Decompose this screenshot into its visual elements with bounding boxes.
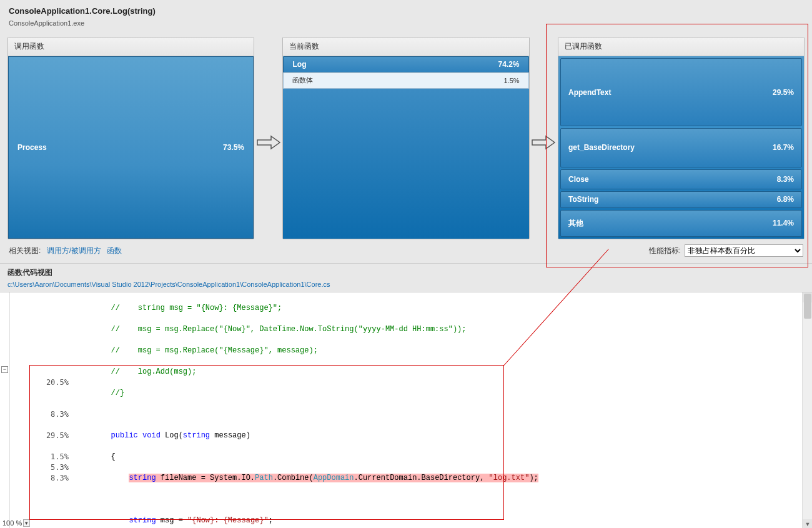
current-function-pct: 74.2% — [498, 60, 520, 69]
arrow-1 — [254, 37, 282, 239]
called-tile-basedirectory[interactable]: get_BaseDirectory16.7% — [560, 128, 802, 167]
body-pct: 1.5% — [503, 77, 519, 84]
current-function-panel: 当前函数 Log 74.2% 函数体 1.5% — [282, 37, 529, 239]
code-section-title: 函数代码视图 — [0, 264, 812, 279]
calling-header: 调用函数 — [8, 37, 254, 56]
fold-box-icon[interactable]: − — [1, 366, 8, 373]
metric-label: 性能指标: — [649, 246, 681, 256]
called-tile-tostring[interactable]: ToString6.8% — [560, 191, 802, 208]
scroll-thumb[interactable] — [804, 294, 811, 319]
current-function-name: Log — [292, 60, 306, 69]
current-header: 当前函数 — [283, 37, 528, 56]
called-tile-close[interactable]: Close8.3% — [560, 169, 802, 189]
code-viewport: − 20.5% 8.3% 29.5% 1.5% 5.3% 8.3% // — [0, 292, 812, 528]
zoom-level: 100 % ▾ — [2, 519, 30, 527]
links-row: 相关视图: 调用方/被调用方 函数 性能指标: 非独占样本数百分比 — [0, 242, 812, 263]
arrow-2 — [530, 37, 558, 239]
vertical-scrollbar[interactable]: ▲ ▼ — [802, 292, 812, 528]
related-views-label: 相关视图: — [9, 246, 41, 255]
function-body-row[interactable]: 函数体 1.5% — [283, 72, 528, 89]
link-functions[interactable]: 函数 — [107, 246, 122, 255]
fold-column: − — [0, 292, 10, 528]
metric-select[interactable]: 非独占样本数百分比 — [685, 244, 803, 257]
function-title: ConsoleApplication1.Core.Log(string) — [9, 6, 803, 16]
called-header: 已调用函数 — [558, 37, 804, 56]
calling-functions-panel: 调用函数 Process 73.5% — [7, 37, 254, 239]
calling-function-name: Process — [17, 143, 47, 152]
body-label: 函数体 — [292, 76, 313, 85]
scroll-down-icon[interactable]: ▼ — [803, 519, 812, 528]
zoom-dropdown-icon[interactable]: ▾ — [23, 519, 30, 527]
percentage-gutter: 20.5% 8.3% 29.5% 1.5% 5.3% 8.3% — [10, 292, 72, 528]
code-file-path[interactable]: c:\Users\Aaron\Documents\Visual Studio 2… — [7, 281, 330, 288]
header: ConsoleApplication1.Core.Log(string) Con… — [0, 0, 812, 32]
current-function-tile[interactable]: Log 74.2% — [283, 56, 528, 72]
module-name: ConsoleApplication1.exe — [9, 19, 803, 27]
call-diagram: 调用函数 Process 73.5% 当前函数 Log 74.2% — [0, 32, 812, 242]
current-remainder — [283, 89, 528, 239]
calling-function-pct: 73.5% — [223, 143, 244, 152]
calling-function-tile[interactable]: Process 73.5% — [8, 56, 254, 239]
code-section: 函数代码视图 c:\Users\Aaron\Documents\Visual S… — [0, 263, 812, 528]
called-functions-panel: 已调用函数 AppendText29.5% get_BaseDirectory1… — [558, 37, 805, 239]
called-tile-other[interactable]: 其他11.4% — [560, 210, 802, 237]
link-caller-callee[interactable]: 调用方/被调用方 — [47, 246, 101, 255]
code-editor[interactable]: // string msg = "{Now}: {Message}"; // m… — [72, 292, 812, 528]
called-tile-appendtext[interactable]: AppendText29.5% — [560, 58, 802, 126]
